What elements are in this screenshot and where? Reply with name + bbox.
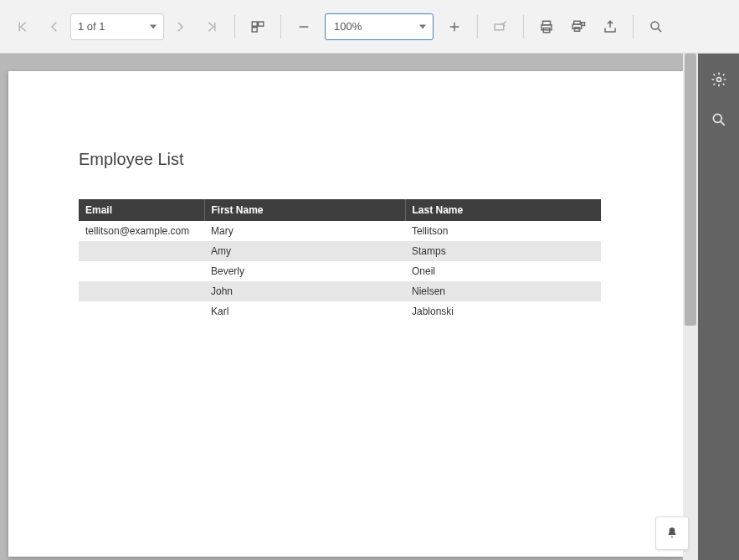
toolbar: 1 of 1 100% [0,0,739,54]
search-icon [711,111,727,128]
vertical-scrollbar[interactable] [683,54,698,560]
toolbar-separator [234,15,235,39]
cell-first: Beverly [204,261,405,281]
prev-page-button[interactable] [38,11,70,43]
cell-last: Oneil [405,261,601,281]
settings-button[interactable] [703,64,735,95]
sidebar-search-button[interactable] [703,104,735,136]
table-row: John Nielsen [79,281,601,301]
svg-rect-2 [252,27,257,31]
svg-point-12 [716,78,721,82]
right-sidebar [698,54,739,560]
page-select-label: 1 of 1 [78,20,105,33]
export-icon [603,19,618,34]
last-page-icon [204,19,219,34]
multipage-button[interactable] [242,11,274,43]
notifications-button[interactable] [655,516,689,550]
toolbar-separator [633,15,634,39]
report-title: Employee List [79,150,614,169]
cell-last: Jablonski [405,301,601,321]
col-header-first: First Name [204,199,405,221]
employee-table: Email First Name Last Name tellitson@exa… [79,199,601,321]
plus-icon [447,19,462,34]
cell-first: Amy [204,241,405,261]
viewer: Employee List Email First Name Last Name… [0,54,698,560]
toolbar-separator [280,15,281,39]
zoom-select-label: 100% [334,20,362,33]
toolbar-separator [523,15,524,39]
search-button[interactable] [640,11,672,43]
cell-email [79,281,204,301]
first-page-icon [15,19,30,34]
col-header-last: Last Name [405,199,601,221]
caret-down-icon [150,24,157,28]
multipage-icon [250,19,265,34]
export-button[interactable] [594,11,626,43]
cell-email [79,261,204,281]
svg-rect-10 [582,22,585,25]
report-page: Employee List Email First Name Last Name… [8,71,683,557]
cell-email [79,301,204,321]
gear-icon [711,71,727,88]
highlight-fields-button[interactable] [485,11,516,43]
svg-point-11 [651,22,659,29]
table-row: Karl Jablonski [79,301,601,321]
scrollbar-thumb[interactable] [685,54,696,326]
print-icon [539,19,554,34]
zoom-select[interactable]: 100% [325,13,434,40]
last-page-button[interactable] [196,11,228,43]
bell-icon [665,527,679,540]
svg-rect-1 [259,22,264,26]
cell-email [79,241,204,261]
toolbar-separator [477,15,478,39]
cell-last: Tellitson [405,221,601,241]
table-row: Beverly Oneil [79,261,601,281]
cell-last: Stamps [405,241,601,261]
print-button[interactable] [531,11,562,43]
svg-rect-0 [252,22,257,26]
cell-last: Nielsen [405,281,601,301]
search-icon [649,19,664,34]
cell-email: tellitson@example.com [79,221,204,241]
next-page-button[interactable] [164,11,196,43]
print-page-button[interactable] [562,11,594,43]
chevron-left-icon [47,19,62,34]
page-select[interactable]: 1 of 1 [70,13,164,40]
table-row: Amy Stamps [79,241,601,261]
cell-first: Mary [204,221,405,241]
svg-rect-3 [495,24,504,30]
table-header-row: Email First Name Last Name [79,199,601,221]
col-header-email: Email [79,199,204,221]
minus-icon [296,19,311,34]
first-page-button[interactable] [7,11,38,43]
table-row: tellitson@example.com Mary Tellitson [79,221,601,241]
chevron-right-icon [172,19,187,34]
cell-first: Karl [204,301,405,321]
print-range-icon [571,19,586,34]
report-content: Employee List Email First Name Last Name… [79,150,614,321]
edit-field-icon [493,19,508,34]
zoom-in-button[interactable] [439,11,470,43]
cell-first: John [204,281,405,301]
svg-point-13 [713,114,721,122]
caret-down-icon [419,24,426,28]
zoom-out-button[interactable] [288,11,320,43]
